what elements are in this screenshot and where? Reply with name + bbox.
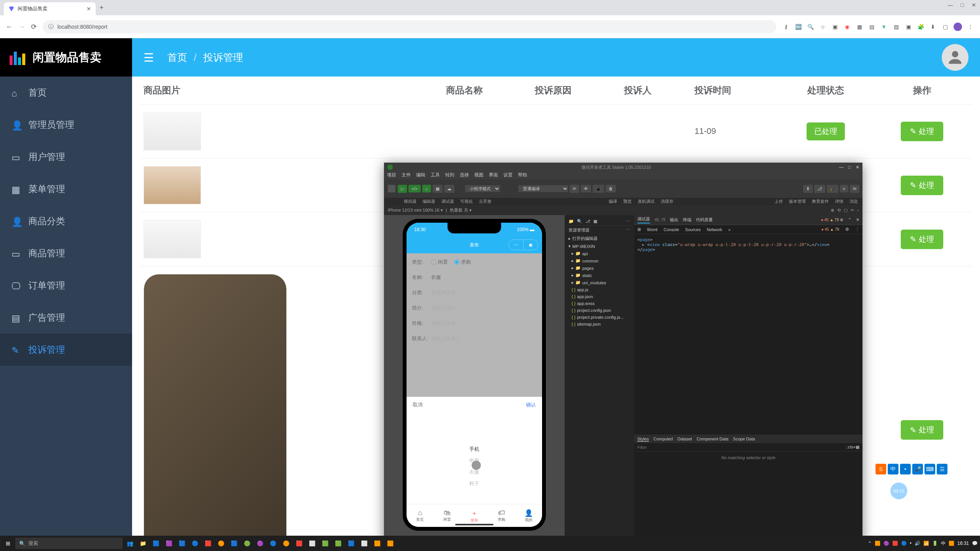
extensions-icon[interactable]: 🧩: [917, 23, 924, 31]
ime-mic-icon[interactable]: 🎤: [912, 464, 923, 474]
ext-icon[interactable]: ▨: [892, 23, 900, 31]
tree-node[interactable]: ▸ 📁 uni_modules: [567, 279, 632, 286]
task-icon[interactable]: 🟣: [254, 538, 266, 549]
sidebar-item-7[interactable]: ▤广告管理: [0, 302, 132, 334]
tree-section[interactable]: ▾ MP-WEIXIN: [567, 243, 632, 250]
tray-icon[interactable]: 🔊: [915, 541, 920, 546]
capsule-button[interactable]: ⋯ ◉: [508, 240, 538, 250]
menu-设置[interactable]: 设置: [503, 172, 513, 179]
compile-icon[interactable]: ⟳: [570, 185, 579, 193]
device-icon[interactable]: 📱: [593, 185, 604, 193]
collapse-icon[interactable]: ⌃: [848, 217, 851, 222]
subtab-network[interactable]: Network: [707, 227, 722, 232]
reload-button[interactable]: ⟳: [31, 23, 37, 31]
task-icon[interactable]: 🔵: [267, 538, 279, 549]
tab-component[interactable]: Component Data: [697, 437, 728, 442]
picker-cancel[interactable]: 取消: [413, 401, 423, 408]
chrome-icon[interactable]: 🔵: [189, 538, 201, 549]
zoom-icon[interactable]: 🔍: [807, 23, 814, 31]
code-button[interactable]: </>: [408, 185, 421, 192]
ext-icon[interactable]: ▦: [856, 23, 863, 31]
tree-node[interactable]: ▸ 📁 static: [567, 272, 632, 279]
ime-icon[interactable]: ☰: [937, 464, 947, 474]
process-button[interactable]: ✎ 处理: [901, 420, 943, 440]
task-icon[interactable]: 🟧: [384, 538, 396, 549]
category-select[interactable]: 请选择分类: [431, 289, 456, 296]
more-tabs-icon[interactable]: »: [728, 227, 731, 232]
ime-icon[interactable]: ⌨: [924, 464, 935, 474]
task-icon[interactable]: 🟦: [228, 538, 240, 549]
task-icon[interactable]: 🟦: [345, 538, 357, 549]
process-button[interactable]: ✎ 处理: [901, 230, 943, 249]
menu-视图[interactable]: 视图: [474, 172, 483, 179]
wechat-devtools-window[interactable]: 微信开发者工具 Stable 1.05.2201210 — □ ✕ 项目文件编辑…: [384, 163, 862, 544]
ext-icon[interactable]: ▤: [868, 23, 875, 31]
intro-input[interactable]: 请输入简介: [431, 305, 456, 311]
task-icon[interactable]: 🟦: [150, 538, 162, 549]
clear-icon[interactable]: 🗑: [606, 185, 616, 192]
picker-items[interactable]: 手机 电脑 衣服 鞋子: [407, 413, 542, 489]
site-info-icon[interactable]: ⓘ: [48, 23, 54, 30]
subtab-sources[interactable]: Sources: [685, 227, 701, 232]
tab-output[interactable]: 输出: [670, 217, 678, 223]
process-button[interactable]: ✎ 处理: [901, 176, 943, 195]
close-icon[interactable]: ✕: [856, 165, 859, 170]
menu-编辑[interactable]: 编辑: [416, 172, 425, 179]
upload-icon[interactable]: ⬆: [803, 185, 813, 193]
cloud-button[interactable]: ☁: [444, 185, 454, 193]
sidebar-item-5[interactable]: ▭商品管理: [0, 237, 132, 269]
minimize-icon[interactable]: —: [948, 2, 953, 8]
capsule-menu-icon[interactable]: ⋯: [509, 240, 524, 250]
phone-screen[interactable]: 16:30 100% ▬ 发布 ⋯ ◉: [407, 223, 542, 527]
taskbar-search[interactable]: 🔍 搜索: [15, 538, 122, 549]
task-icon[interactable]: 🟧: [371, 538, 383, 549]
ext-icon[interactable]: ▦: [593, 219, 597, 224]
download-icon[interactable]: ⬇: [929, 23, 937, 31]
task-icon[interactable]: 🟥: [202, 538, 214, 549]
preview-icon[interactable]: 👁: [581, 185, 591, 192]
menu-icon[interactable]: ⋮: [967, 23, 974, 31]
task-icon[interactable]: ⬜: [306, 538, 318, 549]
capsule-close-icon[interactable]: ◉: [524, 240, 538, 250]
menu-文件[interactable]: 文件: [402, 172, 411, 179]
cls-toggle[interactable]: :.cls: [846, 445, 853, 450]
layout-icon[interactable]: ▦: [856, 445, 859, 450]
task-icon[interactable]: 🟩: [332, 538, 344, 549]
tray-icon[interactable]: 🔵: [901, 541, 907, 546]
tree-node[interactable]: { } project.private.config.js...: [567, 314, 632, 321]
debug-button[interactable]: ⌕: [422, 185, 431, 192]
radio-want[interactable]: 求购: [454, 259, 471, 266]
back-button[interactable]: ←: [6, 23, 13, 31]
ime-toolbar[interactable]: S 中 • 🎤 ⌨ ☰: [875, 464, 947, 474]
tree-node[interactable]: ▸ 📁 common: [567, 257, 632, 264]
sidebar-item-6[interactable]: 🖵订单管理: [0, 269, 132, 302]
styles-filter-input[interactable]: [637, 445, 846, 450]
sidebar-item-3[interactable]: ▦菜单管理: [0, 173, 132, 205]
hotreload-toggle[interactable]: 热重载 关 ▾: [450, 207, 471, 213]
maximize-icon[interactable]: □: [961, 2, 964, 8]
sidebar-item-1[interactable]: 👤管理员管理: [0, 109, 132, 141]
picker-confirm[interactable]: 确认: [526, 401, 536, 408]
ext-icon[interactable]: ⚷: [782, 23, 790, 31]
task-icon[interactable]: 🟦: [176, 538, 188, 549]
icon[interactable]: ›: [857, 208, 859, 212]
search-icon[interactable]: 🔍: [577, 219, 582, 224]
ext-icon[interactable]: ▣: [905, 23, 912, 31]
icon[interactable]: ⟲: [837, 208, 841, 213]
task-icon[interactable]: 👥: [124, 538, 136, 549]
tree-node[interactable]: ▸ 📁 pages: [567, 264, 632, 272]
name-input[interactable]: 衣服: [431, 274, 441, 281]
radio-idle[interactable]: 闲置: [431, 259, 448, 266]
tray-icon[interactable]: ⌃: [868, 541, 872, 546]
clock[interactable]: 16:31: [957, 541, 969, 546]
sidebar-item-2[interactable]: ▭用户管理: [0, 141, 132, 173]
minimize-icon[interactable]: —: [839, 165, 844, 170]
detail-icon[interactable]: ≡: [840, 185, 848, 192]
tree-node[interactable]: ▸ 📁 api: [567, 250, 632, 257]
forward-button[interactable]: →: [18, 23, 25, 31]
picker-sheet[interactable]: 取消 确认 手机 电脑 衣服 鞋子: [407, 397, 542, 504]
git-icon[interactable]: ⎇: [585, 219, 590, 224]
close-icon[interactable]: ✕: [856, 217, 859, 222]
subtab-console[interactable]: Console: [664, 227, 679, 232]
tree-section[interactable]: ▸ 打开的编辑器: [567, 235, 632, 243]
